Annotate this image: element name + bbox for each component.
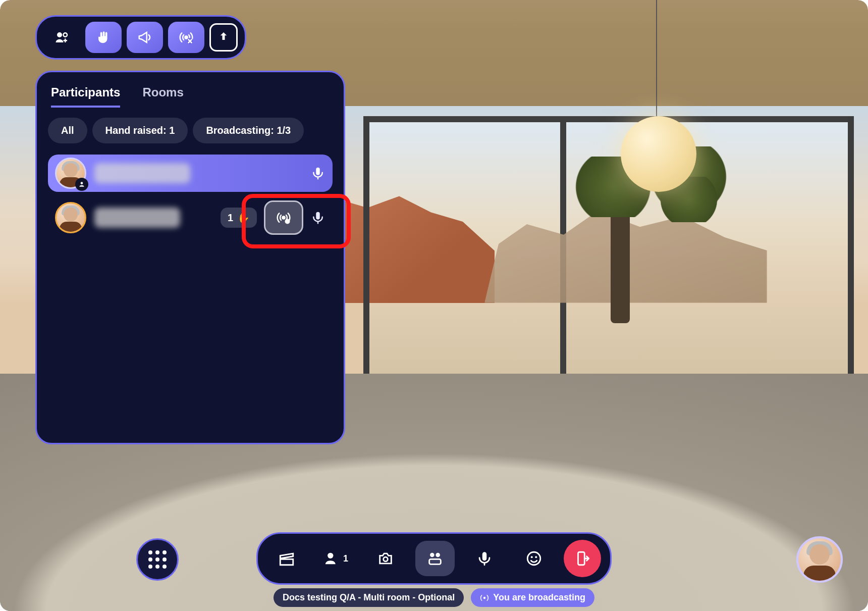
svg-point-9: [328, 553, 333, 558]
self-avatar-button[interactable]: [796, 536, 843, 583]
share-button[interactable]: [209, 23, 238, 52]
participant-name-redacted: [94, 163, 190, 183]
camera-icon: [377, 550, 394, 567]
svg-point-4: [81, 182, 83, 184]
mic-indicator[interactable]: [310, 166, 326, 181]
svg-rect-5: [316, 168, 320, 175]
svg-point-10: [384, 557, 388, 562]
svg-point-6: [282, 216, 286, 220]
people-count: 1: [343, 553, 348, 564]
people-add-icon: [55, 30, 70, 45]
grid-dots-icon: [148, 550, 167, 569]
filter-all[interactable]: All: [48, 118, 87, 143]
hand-raise-icon: [96, 30, 111, 45]
svg-point-11: [430, 553, 435, 557]
participant-row[interactable]: 1 ✋: [48, 199, 333, 236]
broadcast-icon: [480, 593, 489, 602]
filter-broadcasting[interactable]: Broadcasting: 1/3: [193, 118, 304, 143]
content-button[interactable]: [415, 541, 455, 576]
participants-panel: Participants Rooms All Hand raised: 1 Br…: [35, 71, 345, 444]
filter-hand-raised[interactable]: Hand raised: 1: [92, 118, 188, 143]
svg-point-7: [285, 219, 290, 224]
mic-icon: [310, 166, 326, 181]
svg-point-12: [436, 553, 440, 557]
participant-row[interactable]: [48, 155, 333, 192]
people-button[interactable]: 1: [316, 541, 356, 576]
leave-icon: [574, 550, 591, 567]
mic-icon: [310, 210, 326, 225]
participant-list: 1 ✋: [48, 155, 333, 236]
svg-rect-13: [429, 559, 441, 564]
scenes-button[interactable]: [267, 541, 306, 576]
raise-hand-button[interactable]: [85, 22, 122, 53]
people-add-button[interactable]: [44, 22, 80, 53]
window-post: [363, 116, 369, 389]
lamp-cord: [656, 0, 657, 126]
svg-point-15: [527, 552, 540, 565]
mic-icon: [476, 550, 493, 567]
tab-rooms[interactable]: Rooms: [142, 85, 183, 108]
reactions-button[interactable]: [514, 541, 554, 576]
svg-rect-18: [578, 552, 585, 565]
tab-participants[interactable]: Participants: [51, 85, 120, 108]
participant-name-redacted: [94, 208, 180, 228]
clapper-icon: [278, 550, 295, 567]
svg-point-16: [531, 556, 533, 558]
hand-order: 1: [228, 212, 233, 224]
avatar-wrapper: [55, 158, 86, 189]
event-name-chip[interactable]: Docs testing Q/A - Multi room - Optional: [274, 588, 464, 607]
people-icon: [324, 550, 341, 567]
broadcast-toggle-button[interactable]: [168, 22, 204, 53]
megaphone-button[interactable]: [127, 22, 163, 53]
svg-point-17: [535, 556, 537, 558]
allow-broadcast-button[interactable]: [264, 200, 303, 235]
camera-button[interactable]: [366, 541, 405, 576]
svg-point-1: [64, 33, 68, 37]
svg-point-2: [184, 35, 188, 39]
hand-emoji-icon: ✋: [237, 212, 250, 224]
panel-tabs: Participants Rooms: [51, 85, 330, 108]
window-post: [848, 116, 854, 389]
broadcast-off-icon: [179, 30, 194, 45]
host-tools-menu: [35, 15, 246, 60]
broadcasting-label: You are broadcasting: [493, 592, 585, 603]
avatar: [55, 202, 86, 233]
leave-button[interactable]: [564, 540, 601, 577]
megaphone-icon: [137, 30, 152, 45]
share-up-icon: [216, 30, 231, 45]
svg-point-0: [57, 32, 62, 37]
emoji-icon: [525, 550, 542, 567]
svg-rect-8: [316, 212, 320, 220]
mic-button[interactable]: [465, 541, 504, 576]
hand-raised-badge[interactable]: 1 ✋: [221, 208, 257, 228]
mic-indicator[interactable]: [310, 210, 326, 225]
svg-rect-14: [482, 552, 487, 561]
meeting-toolbar: 1: [256, 532, 612, 585]
pendant-lamp: [621, 116, 696, 192]
host-badge-icon: [75, 178, 88, 191]
svg-point-19: [483, 596, 486, 599]
participant-filters: All Hand raised: 1 Broadcasting: 1/3: [48, 118, 333, 143]
broadcasting-chip[interactable]: You are broadcasting: [471, 588, 594, 607]
content-icon: [426, 550, 444, 567]
broadcast-icon: [276, 210, 291, 225]
app-menu-button[interactable]: [136, 538, 179, 581]
status-bar: Docs testing Q/A - Multi room - Optional…: [274, 588, 594, 607]
